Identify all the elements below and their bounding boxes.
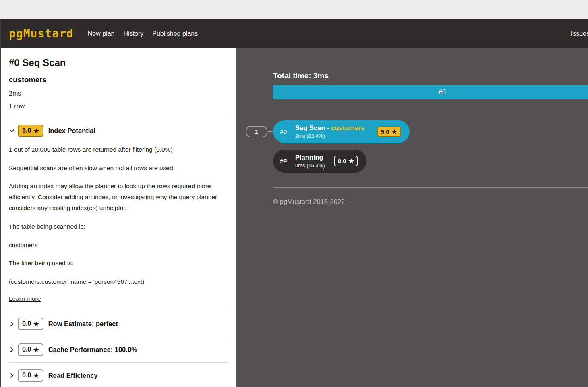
node-title: #0 Seq Scan [9, 57, 228, 69]
main-content: #0 Seq Scan customers 2ms 1 row 5.0 ★ In… [0, 48, 588, 387]
tip-section-cache-performance: 0.0 ★ Cache Performance: 100.0% [8, 337, 228, 363]
star-icon: ★ [33, 347, 39, 353]
score-value: 0.0 [338, 157, 346, 165]
tip-paragraph: Adding an index may allow the planner to… [9, 181, 228, 213]
score-badge: 0.0 ★ [18, 343, 43, 356]
plan-node-row: 1 #0 Seq Scan - customers 2ms (82.4%) 5.… [273, 120, 588, 143]
score-badge: 5.0 ★ [377, 126, 401, 137]
tip-header-cache-performance[interactable]: 0.0 ★ Cache Performance: 100.0% [8, 337, 228, 362]
score-value: 0.0 [22, 345, 31, 354]
node-time: 2ms [9, 90, 228, 97]
node-details-panel: #0 Seq Scan customers 2ms 1 row 5.0 ★ In… [0, 48, 236, 387]
app-logo[interactable]: pgMustard [9, 27, 74, 40]
score-value: 0.0 [22, 371, 31, 380]
score-badge: 0.0 ★ [334, 156, 358, 167]
tip-title: Row Estimate: perfect [48, 320, 118, 328]
tip-title: Read Efficiency [48, 372, 98, 379]
star-icon: ★ [33, 128, 39, 134]
tip-header-row-estimate[interactable]: 0.0 ★ Row Estimate: perfect [8, 311, 228, 337]
tip-section-index-potential: 5.0 ★ Index Potential 1 out of 10,000 ta… [8, 118, 228, 311]
tip-filter-expression: (customers.customer_name = 'person4567':… [9, 277, 228, 287]
tip-section-row-estimate: 0.0 ★ Row Estimate: perfect [8, 311, 228, 337]
node-table-name: customers [9, 75, 228, 84]
node-card-time: 0ms (15.3%) [295, 162, 334, 169]
star-icon: ★ [33, 372, 39, 379]
learn-more-link[interactable]: Learn more [9, 295, 41, 302]
desktop-strip [0, 0, 588, 19]
node-id-label: #0 [280, 128, 290, 135]
node-text: Planning 0ms (15.3%) [295, 154, 334, 169]
node-connector-line [268, 131, 273, 132]
score-value: 5.0 [22, 127, 31, 135]
node-id-label: #P [280, 158, 290, 165]
star-icon: ★ [33, 321, 39, 327]
node-row-count: 1 row [9, 103, 228, 110]
timeline: #0 [273, 85, 588, 99]
plan-node-row: #P Planning 0ms (15.3%) 0.0 ★ [273, 150, 588, 173]
app-window: pgMustard New plan History Published pla… [0, 0, 588, 387]
plan-visualization-panel: Total time: 3ms #0 1 #0 Seq Scan - custo… [236, 48, 588, 387]
tip-paragraph: The table being scanned is: [9, 221, 228, 232]
tip-section-read-efficiency: 0.0 ★ Read Efficiency [8, 363, 228, 387]
score-badge: 5.0 ★ [18, 125, 43, 137]
copyright-text: © pgMustard 2018-2022 [273, 198, 588, 206]
node-card-title: Planning [295, 154, 334, 162]
node-card-title: Seq Scan - customers [295, 124, 377, 132]
star-icon: ★ [392, 129, 397, 135]
score-value: 5.0 [381, 128, 389, 136]
tip-body: 1 out of 10,000 table rows are returned … [8, 144, 228, 311]
timeline-bar-label: #0 [439, 89, 446, 96]
star-icon: ★ [349, 158, 354, 164]
timeline-bar-node-0[interactable]: #0 [273, 85, 588, 99]
nav-item-published-plans[interactable]: Published plans [148, 30, 202, 37]
chevron-right-icon [9, 321, 15, 327]
node-table-name: customers [331, 124, 364, 131]
plan-node-seq-scan[interactable]: #0 Seq Scan - customers 2ms (82.4%) 5.0 … [273, 120, 410, 143]
navbar: pgMustard New plan History Published pla… [0, 19, 588, 48]
plan-node-tree: 1 #0 Seq Scan - customers 2ms (82.4%) 5.… [273, 120, 588, 173]
nav-item-issues[interactable]: Issues [567, 30, 588, 37]
nav-item-history[interactable]: History [119, 30, 148, 37]
nav-item-new-plan[interactable]: New plan [83, 30, 119, 37]
node-text: Seq Scan - customers 2ms (82.4%) [295, 124, 377, 139]
plan-node-planning[interactable]: #P Planning 0ms (15.3%) 0.0 ★ [273, 150, 366, 173]
tip-header-read-efficiency[interactable]: 0.0 ★ Read Efficiency [8, 363, 228, 387]
tip-paragraph: Sequential scans are often slow when not… [9, 163, 228, 174]
score-badge: 0.0 ★ [18, 318, 43, 330]
node-details-header: #0 Seq Scan customers 2ms 1 row [8, 57, 228, 118]
total-time-label: Total time: 3ms [273, 71, 588, 80]
score-value: 0.0 [22, 320, 31, 328]
node-loop-count-pill[interactable]: 1 [246, 126, 267, 137]
tip-header-index-potential[interactable]: 5.0 ★ Index Potential [8, 118, 228, 144]
tip-title: Cache Performance: 100.0% [48, 346, 137, 354]
chevron-right-icon [9, 347, 15, 353]
loop-count-value: 1 [255, 128, 258, 135]
chevron-down-icon [9, 128, 15, 134]
plan-footer-divider [273, 187, 588, 188]
node-operation-name: Seq Scan - [295, 124, 331, 131]
tip-scanned-table: customers [9, 240, 228, 251]
tip-paragraph: 1 out of 10,000 table rows are returned … [9, 144, 228, 155]
score-badge: 0.0 ★ [18, 369, 43, 382]
tip-paragraph: The filter being used is: [9, 258, 228, 269]
tip-title: Index Potential [48, 127, 95, 135]
chevron-right-icon [9, 372, 15, 379]
node-card-time: 2ms (82.4%) [295, 133, 377, 139]
